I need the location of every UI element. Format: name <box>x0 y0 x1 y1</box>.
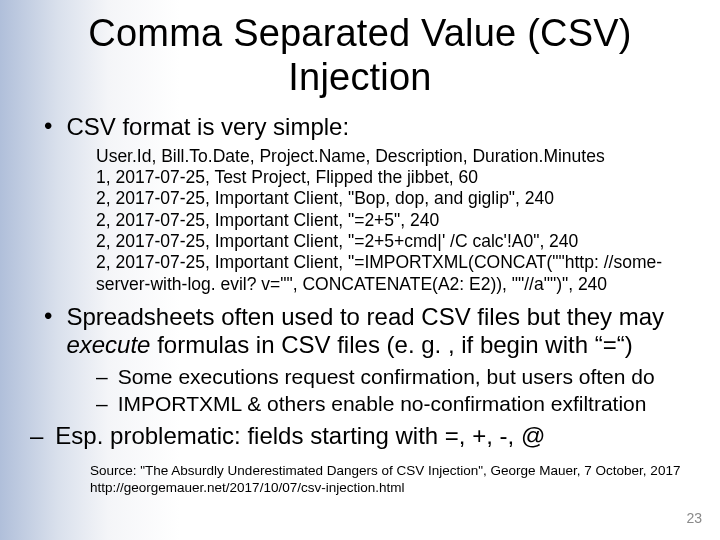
dash-icon: – <box>96 391 108 416</box>
sub-item: – Some executions request confirmation, … <box>96 364 684 389</box>
italic-word: execute <box>66 331 150 358</box>
list-item: • CSV format is very simple: User.Id, Bi… <box>42 113 684 295</box>
sub-list: – Some executions request confirmation, … <box>96 364 684 416</box>
page-number: 23 <box>686 510 702 526</box>
sub-item: – IMPORTXML & others enable no-confirmat… <box>96 391 684 416</box>
bullet-text: Spreadsheets often used to read CSV file… <box>66 303 684 360</box>
bullet-list: • CSV format is very simple: User.Id, Bi… <box>42 113 684 451</box>
bullet-icon: • <box>44 113 52 139</box>
list-item: • Spreadsheets often used to read CSV fi… <box>42 303 684 416</box>
bullet-icon: • <box>44 303 52 329</box>
slide-title: Comma Separated Value (CSV) Injection <box>36 12 684 99</box>
csv-example-block: User.Id, Bill.To.Date, Project.Name, Des… <box>96 146 684 295</box>
sub-text: Some executions request confirmation, bu… <box>118 364 655 389</box>
dash-icon: – <box>96 364 108 389</box>
bullet-text: CSV format is very simple: <box>66 113 349 141</box>
sub-text: IMPORTXML & others enable no-confirmatio… <box>118 391 647 416</box>
dash-icon: – <box>30 422 43 451</box>
source-citation: Source: "The Absurdly Underestimated Dan… <box>90 463 684 497</box>
list-item: – Esp. problematic: fields starting with… <box>42 422 684 451</box>
bullet-text: Esp. problematic: fields starting with =… <box>55 422 545 450</box>
